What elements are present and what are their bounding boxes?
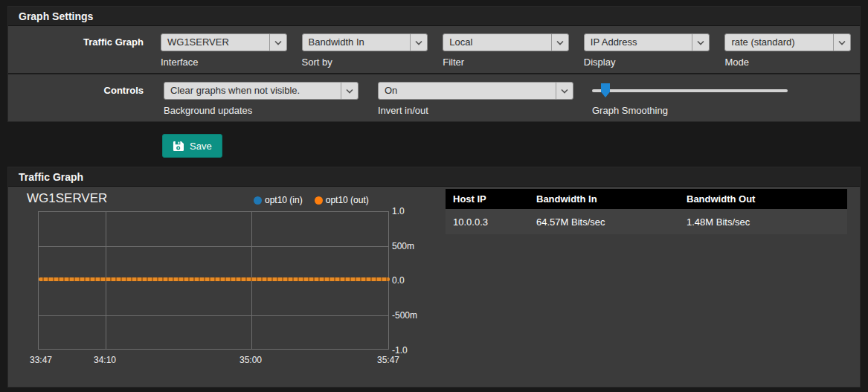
table-header-row: Host IP Bandwidth In Bandwidth Out [446, 189, 847, 209]
field-display: IP Address Display [584, 33, 710, 68]
table-row: 10.0.0.3 64.57M Bits/sec 1.48M Bits/sec [446, 209, 847, 234]
field-label: Interface [161, 57, 287, 68]
y-tick-label: 0.0 [392, 275, 405, 286]
gridline-horizontal [39, 246, 388, 247]
field-label: Filter [443, 57, 569, 68]
chart-plot-area [38, 211, 389, 350]
select-value: Bandwidth In [303, 34, 411, 51]
column-header-host-ip: Host IP [446, 189, 529, 209]
sort-by-select[interactable]: Bandwidth In [302, 33, 428, 51]
invert-in-out-select[interactable]: On [378, 82, 573, 100]
select-value: IP Address [585, 34, 692, 51]
y-tick-label: -1.0 [392, 345, 408, 356]
traffic-graph-body: WG1SERVER opt10 (in) opt10 (out) 33:47 3… [8, 187, 860, 387]
y-tick-label: 500m [392, 241, 414, 251]
slider-track[interactable] [592, 89, 788, 92]
select-value: On [379, 83, 556, 99]
chevron-down-icon [341, 83, 358, 99]
floppy-disk-icon [173, 141, 184, 152]
panel-title: Traffic Graph [19, 171, 83, 183]
graph-settings-body: Traffic Graph WG1SERVER Interface Bandwi… [8, 26, 860, 121]
select-value: Local [443, 34, 551, 51]
field-sort-by: Bandwidth In Sort by [302, 33, 428, 68]
legend-label: opt10 (out) [326, 195, 369, 205]
chevron-down-icon [269, 34, 286, 51]
column-header-bandwidth-out: Bandwidth Out [679, 189, 847, 209]
graph-settings-header: Graph Settings [8, 7, 860, 26]
traffic-graph-panel: Traffic Graph WG1SERVER opt10 (in) opt10… [7, 167, 861, 388]
gridline-horizontal [39, 315, 388, 316]
series-line-opt10-out [39, 277, 390, 281]
save-button[interactable]: Save [162, 134, 222, 158]
chevron-down-icon [551, 34, 568, 51]
field-background-updates: Clear graphs when not visible. Backgroun… [164, 82, 359, 116]
slider-handle[interactable] [601, 83, 610, 97]
legend-dot-out-icon [315, 196, 323, 205]
cell-bandwidth-in: 64.57M Bits/sec [529, 209, 679, 234]
x-tick-label: 35:47 [377, 355, 399, 365]
chevron-down-icon [410, 34, 427, 51]
x-tick-label: 33:47 [30, 355, 52, 365]
background-updates-select[interactable]: Clear graphs when not visible. [164, 82, 359, 100]
y-tick-label: -500m [392, 310, 417, 321]
select-value: WG1SERVER [161, 34, 269, 51]
legend-label: opt10 (in) [265, 195, 303, 205]
interface-select[interactable]: WG1SERVER [161, 33, 287, 51]
legend-item-out: opt10 (out) [315, 195, 369, 205]
field-label: Graph Smoothing [592, 105, 788, 116]
select-value: Clear graphs when not visible. [164, 83, 341, 99]
host-bandwidth-table: Host IP Bandwidth In Bandwidth Out 10.0.… [446, 189, 847, 234]
legend-dot-in-icon [254, 196, 262, 205]
traffic-graph-fields: WG1SERVER Interface Bandwidth In S [161, 33, 851, 68]
chevron-down-icon [833, 34, 850, 51]
controls-row: Controls Clear graphs when not visible. … [8, 74, 860, 121]
field-invert-in-out: On Invert in/out [378, 82, 573, 116]
field-mode: rate (standard) Mode [724, 33, 851, 68]
chevron-down-icon [556, 83, 573, 99]
field-label: Invert in/out [378, 105, 573, 116]
controls-fields: Clear graphs when not visible. Backgroun… [164, 82, 788, 116]
field-graph-smoothing: Graph Smoothing [592, 82, 788, 116]
row-label: Traffic Graph [8, 33, 144, 68]
x-tick-label: 35:00 [239, 355, 262, 365]
save-row: Save [162, 134, 868, 158]
field-label: Sort by [302, 57, 428, 68]
chart-title: WG1SERVER [27, 191, 107, 206]
traffic-graph-row: Traffic Graph WG1SERVER Interface Bandwi… [8, 26, 860, 73]
column-header-bandwidth-in: Bandwidth In [529, 189, 679, 209]
y-tick-label: 1.0 [392, 206, 405, 216]
graph-smoothing-slider[interactable] [592, 82, 788, 100]
graph-settings-panel: Graph Settings Traffic Graph WG1SERVER I… [7, 6, 861, 122]
field-filter: Local Filter [443, 33, 569, 68]
chart-legend: opt10 (in) opt10 (out) [254, 195, 369, 205]
save-button-label: Save [190, 141, 212, 152]
chevron-down-icon [692, 34, 709, 51]
field-interface: WG1SERVER Interface [161, 33, 287, 68]
mode-select[interactable]: rate (standard) [724, 33, 851, 51]
cell-bandwidth-out: 1.48M Bits/sec [679, 209, 847, 234]
field-label: Mode [724, 57, 851, 68]
x-tick-label: 34:10 [94, 355, 116, 365]
cell-host-ip: 10.0.0.3 [446, 209, 529, 234]
display-select[interactable]: IP Address [584, 33, 710, 51]
panel-title: Graph Settings [19, 10, 93, 22]
select-value: rate (standard) [725, 34, 833, 51]
filter-select[interactable]: Local [443, 33, 569, 51]
row-label: Controls [8, 82, 144, 116]
field-label: Background updates [164, 105, 359, 116]
field-label: Display [584, 57, 710, 68]
traffic-graph-header: Traffic Graph [8, 167, 860, 187]
legend-item-in: opt10 (in) [254, 195, 303, 205]
